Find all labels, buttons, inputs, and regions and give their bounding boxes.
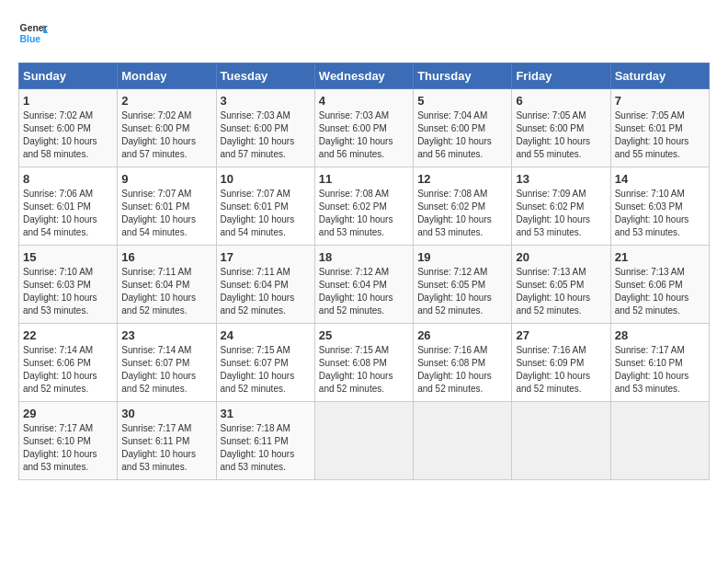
week-row-2: 8 Sunrise: 7:06 AMSunset: 6:01 PMDayligh… — [19, 167, 710, 246]
calendar-cell: 24 Sunrise: 7:15 AMSunset: 6:07 PMDaylig… — [216, 324, 314, 402]
day-info: Sunrise: 7:15 AMSunset: 6:08 PMDaylight:… — [319, 344, 409, 396]
day-number: 12 — [417, 172, 507, 186]
day-number: 10 — [221, 172, 311, 186]
col-header-wednesday: Wednesday — [314, 63, 413, 89]
calendar-cell — [414, 402, 512, 480]
day-info: Sunrise: 7:15 AMSunset: 6:07 PMDaylight:… — [221, 344, 311, 396]
calendar-cell: 3 Sunrise: 7:03 AMSunset: 6:00 PMDayligh… — [216, 89, 314, 167]
day-number: 31 — [221, 407, 311, 420]
day-info: Sunrise: 7:05 AMSunset: 6:00 PMDaylight:… — [516, 109, 606, 161]
calendar-cell: 29 Sunrise: 7:17 AMSunset: 6:10 PMDaylig… — [19, 402, 118, 480]
calendar-cell: 19 Sunrise: 7:12 AMSunset: 6:05 PMDaylig… — [414, 246, 512, 324]
day-info: Sunrise: 7:14 AMSunset: 6:06 PMDaylight:… — [23, 344, 113, 396]
calendar-cell: 2 Sunrise: 7:02 AMSunset: 6:00 PMDayligh… — [118, 89, 216, 167]
day-number: 14 — [615, 172, 705, 186]
calendar-header-row: SundayMondayTuesdayWednesdayThursdayFrid… — [19, 63, 710, 89]
day-number: 21 — [615, 250, 705, 264]
day-number: 27 — [516, 328, 606, 342]
logo: General Blue — [18, 18, 48, 48]
day-info: Sunrise: 7:02 AMSunset: 6:00 PMDaylight:… — [23, 109, 113, 161]
svg-text:Blue: Blue — [20, 34, 41, 44]
day-info: Sunrise: 7:17 AMSunset: 6:11 PMDaylight:… — [121, 422, 211, 474]
calendar-cell: 10 Sunrise: 7:07 AMSunset: 6:01 PMDaylig… — [216, 167, 314, 246]
day-info: Sunrise: 7:03 AMSunset: 6:00 PMDaylight:… — [319, 109, 409, 161]
day-number: 20 — [516, 250, 606, 264]
day-number: 6 — [516, 94, 606, 108]
day-info: Sunrise: 7:07 AMSunset: 6:01 PMDaylight:… — [221, 188, 311, 239]
day-number: 4 — [319, 94, 409, 108]
day-info: Sunrise: 7:03 AMSunset: 6:00 PMDaylight:… — [221, 109, 311, 161]
calendar-cell: 25 Sunrise: 7:15 AMSunset: 6:08 PMDaylig… — [314, 324, 413, 402]
day-info: Sunrise: 7:13 AMSunset: 6:06 PMDaylight:… — [615, 266, 705, 317]
day-number: 1 — [23, 94, 113, 108]
day-info: Sunrise: 7:10 AMSunset: 6:03 PMDaylight:… — [615, 188, 705, 239]
calendar-cell — [610, 402, 709, 480]
day-number: 15 — [23, 250, 113, 264]
calendar-cell: 18 Sunrise: 7:12 AMSunset: 6:04 PMDaylig… — [314, 246, 413, 324]
day-number: 26 — [417, 328, 507, 342]
calendar-cell: 1 Sunrise: 7:02 AMSunset: 6:00 PMDayligh… — [19, 89, 118, 167]
day-info: Sunrise: 7:10 AMSunset: 6:03 PMDaylight:… — [23, 266, 113, 317]
day-number: 22 — [23, 328, 113, 342]
day-info: Sunrise: 7:14 AMSunset: 6:07 PMDaylight:… — [121, 344, 211, 396]
calendar-cell: 27 Sunrise: 7:16 AMSunset: 6:09 PMDaylig… — [512, 324, 610, 402]
calendar-cell: 5 Sunrise: 7:04 AMSunset: 6:00 PMDayligh… — [414, 89, 512, 167]
day-info: Sunrise: 7:17 AMSunset: 6:10 PMDaylight:… — [615, 344, 705, 396]
week-row-1: 1 Sunrise: 7:02 AMSunset: 6:00 PMDayligh… — [19, 89, 710, 167]
calendar-cell: 15 Sunrise: 7:10 AMSunset: 6:03 PMDaylig… — [19, 246, 118, 324]
calendar-table: SundayMondayTuesdayWednesdayThursdayFrid… — [18, 63, 710, 480]
day-number: 5 — [417, 94, 507, 108]
day-number: 28 — [615, 328, 705, 342]
day-info: Sunrise: 7:11 AMSunset: 6:04 PMDaylight:… — [221, 266, 311, 317]
day-info: Sunrise: 7:08 AMSunset: 6:02 PMDaylight:… — [417, 188, 507, 239]
day-info: Sunrise: 7:05 AMSunset: 6:01 PMDaylight:… — [615, 109, 705, 161]
calendar-cell: 7 Sunrise: 7:05 AMSunset: 6:01 PMDayligh… — [610, 89, 709, 167]
day-number: 29 — [23, 407, 113, 420]
calendar-cell: 23 Sunrise: 7:14 AMSunset: 6:07 PMDaylig… — [118, 324, 216, 402]
col-header-thursday: Thursday — [414, 63, 512, 89]
day-number: 11 — [319, 172, 409, 186]
col-header-saturday: Saturday — [610, 63, 709, 89]
day-number: 13 — [516, 172, 606, 186]
calendar-cell: 13 Sunrise: 7:09 AMSunset: 6:02 PMDaylig… — [512, 167, 610, 246]
calendar-cell: 16 Sunrise: 7:11 AMSunset: 6:04 PMDaylig… — [118, 246, 216, 324]
day-number: 19 — [417, 250, 507, 264]
day-info: Sunrise: 7:06 AMSunset: 6:01 PMDaylight:… — [23, 188, 113, 239]
calendar-cell: 8 Sunrise: 7:06 AMSunset: 6:01 PMDayligh… — [19, 167, 118, 246]
day-number: 23 — [121, 328, 211, 342]
calendar-cell: 26 Sunrise: 7:16 AMSunset: 6:08 PMDaylig… — [414, 324, 512, 402]
day-number: 7 — [615, 94, 705, 108]
day-info: Sunrise: 7:17 AMSunset: 6:10 PMDaylight:… — [23, 422, 113, 474]
calendar-cell: 22 Sunrise: 7:14 AMSunset: 6:06 PMDaylig… — [19, 324, 118, 402]
col-header-monday: Monday — [118, 63, 216, 89]
day-number: 17 — [221, 250, 311, 264]
week-row-4: 22 Sunrise: 7:14 AMSunset: 6:06 PMDaylig… — [19, 324, 710, 402]
calendar-cell: 14 Sunrise: 7:10 AMSunset: 6:03 PMDaylig… — [610, 167, 709, 246]
week-row-3: 15 Sunrise: 7:10 AMSunset: 6:03 PMDaylig… — [19, 246, 710, 324]
day-info: Sunrise: 7:16 AMSunset: 6:08 PMDaylight:… — [417, 344, 507, 396]
calendar-cell: 31 Sunrise: 7:18 AMSunset: 6:11 PMDaylig… — [216, 402, 314, 480]
calendar-cell: 30 Sunrise: 7:17 AMSunset: 6:11 PMDaylig… — [118, 402, 216, 480]
calendar-cell: 12 Sunrise: 7:08 AMSunset: 6:02 PMDaylig… — [414, 167, 512, 246]
calendar-cell: 11 Sunrise: 7:08 AMSunset: 6:02 PMDaylig… — [314, 167, 413, 246]
calendar-cell: 4 Sunrise: 7:03 AMSunset: 6:00 PMDayligh… — [314, 89, 413, 167]
day-info: Sunrise: 7:16 AMSunset: 6:09 PMDaylight:… — [516, 344, 606, 396]
day-info: Sunrise: 7:02 AMSunset: 6:00 PMDaylight:… — [121, 109, 211, 161]
day-number: 30 — [121, 407, 211, 420]
day-number: 25 — [319, 328, 409, 342]
week-row-5: 29 Sunrise: 7:17 AMSunset: 6:10 PMDaylig… — [19, 402, 710, 480]
day-info: Sunrise: 7:07 AMSunset: 6:01 PMDaylight:… — [121, 188, 211, 239]
day-number: 3 — [221, 94, 311, 108]
day-number: 16 — [121, 250, 211, 264]
calendar-cell: 28 Sunrise: 7:17 AMSunset: 6:10 PMDaylig… — [610, 324, 709, 402]
calendar-cell: 17 Sunrise: 7:11 AMSunset: 6:04 PMDaylig… — [216, 246, 314, 324]
col-header-sunday: Sunday — [19, 63, 118, 89]
calendar-cell: 21 Sunrise: 7:13 AMSunset: 6:06 PMDaylig… — [610, 246, 709, 324]
col-header-friday: Friday — [512, 63, 610, 89]
calendar-cell: 6 Sunrise: 7:05 AMSunset: 6:00 PMDayligh… — [512, 89, 610, 167]
day-info: Sunrise: 7:11 AMSunset: 6:04 PMDaylight:… — [121, 266, 211, 317]
day-number: 2 — [121, 94, 211, 108]
day-info: Sunrise: 7:18 AMSunset: 6:11 PMDaylight:… — [221, 422, 311, 474]
calendar-cell — [314, 402, 413, 480]
day-number: 18 — [319, 250, 409, 264]
